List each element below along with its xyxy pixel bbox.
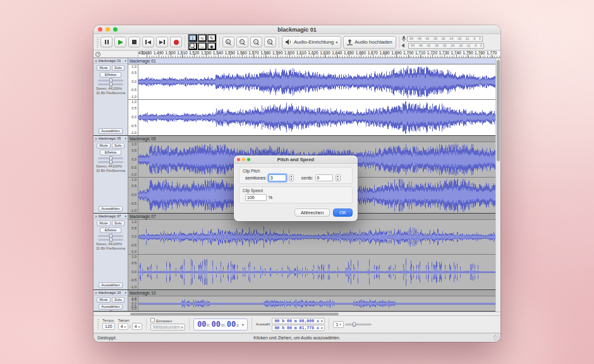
track-menu-caret[interactable]: ▾ [124, 59, 126, 63]
fit-selection-button[interactable]: ▫ [250, 37, 262, 47]
gain-slider-thumb[interactable] [109, 310, 112, 311]
horizontal-scrollbar[interactable] [94, 312, 500, 316]
gain-slider[interactable] [98, 235, 123, 237]
gain-slider[interactable] [98, 80, 123, 82]
horizontal-scrollbar-thumb[interactable] [130, 313, 339, 315]
dialog-close-button[interactable] [237, 158, 240, 161]
track-menu-caret[interactable]: ▾ [124, 291, 126, 294]
effects-button[interactable]: Effekte [100, 72, 122, 78]
toolbar-grip[interactable] [97, 319, 99, 329]
speaker-icon [402, 43, 407, 48]
zoom-in-button[interactable]: + [222, 37, 234, 47]
vertical-scrollbar[interactable] [495, 58, 500, 312]
play-speed-select[interactable]: 1▾ [333, 321, 343, 328]
timeline-scale[interactable]: 4701,4801,4901,5001,5101,5201,5301,5401,… [138, 51, 500, 58]
effects-button[interactable]: Effekte [100, 150, 122, 155]
selection-tool-button[interactable]: I [188, 34, 197, 42]
cents-stepper[interactable]: ▲▼ [336, 174, 341, 181]
ok-button[interactable]: OK [333, 209, 353, 217]
solo-button[interactable]: Solo [112, 297, 124, 303]
solo-button[interactable]: Solo [112, 221, 124, 226]
mute-button[interactable]: Mute [97, 65, 110, 71]
record-button[interactable] [170, 37, 182, 47]
pan-slider-thumb[interactable] [109, 160, 112, 164]
waveform-canvas[interactable] [138, 220, 495, 254]
skip-to-end-button[interactable] [156, 37, 168, 47]
waveform-canvas[interactable] [138, 255, 495, 289]
selection-start-field[interactable]: 00 h 00 m 00,000 s▾ [272, 318, 325, 324]
mute-button[interactable]: Mute [97, 297, 110, 303]
clip-header[interactable]: blackmagic 10 [128, 290, 495, 296]
window-zoom-button[interactable] [113, 27, 118, 32]
tempo-input[interactable]: 120 [102, 323, 115, 330]
cents-input[interactable]: 0 [315, 174, 333, 181]
audio-setup-button[interactable]: Audio-Einrichtung ▾ [282, 36, 341, 49]
waveform-canvas[interactable] [138, 100, 495, 135]
audacity-window: blackmagic 01 I ∿ ✎ ↔ ◆ + − ▫ ▪ Audio-Ei… [94, 25, 500, 342]
pan-slider-thumb[interactable] [109, 238, 112, 242]
multi-tool-button[interactable]: ◆ [207, 42, 216, 50]
window-minimize-button[interactable] [106, 27, 110, 32]
select-track-button[interactable]: Auswählen [99, 304, 122, 310]
waveform-canvas[interactable] [138, 296, 495, 311]
mute-button[interactable]: Mute [97, 221, 110, 226]
selection-end-field[interactable]: 00 h 00 m 01,778 s▾ [272, 325, 325, 331]
play-speed-thumb[interactable] [353, 322, 356, 327]
resize-grip[interactable] [494, 335, 500, 341]
waveform-channel: 1,00,50,0-0,5-1,0 [128, 220, 495, 255]
select-track-button[interactable]: Auswählen [99, 282, 122, 288]
snap-checkbox[interactable] [150, 318, 155, 322]
skip-to-start-button[interactable] [142, 37, 154, 47]
share-audio-button[interactable]: Audio hochladen [343, 36, 396, 49]
solo-button[interactable]: Solo [112, 65, 124, 71]
draw-tool-button[interactable]: ✎ [207, 34, 216, 42]
vertical-scrollbar-thumb[interactable] [497, 60, 500, 161]
speed-input[interactable]: 100 [245, 194, 267, 201]
track-close-button[interactable]: × [95, 214, 97, 219]
play-button[interactable] [114, 37, 126, 47]
track-menu-caret[interactable]: ▾ [124, 214, 126, 218]
pan-slider[interactable] [98, 161, 123, 163]
zoom-tool-button[interactable] [188, 42, 197, 50]
envelope-tool-button[interactable]: ∿ [198, 34, 207, 42]
audio-position-display[interactable]: 00h 00m 00s ▾ [193, 318, 248, 331]
window-close-button[interactable] [98, 27, 102, 32]
timeshift-tool-button[interactable]: ↔ [198, 42, 207, 50]
cancel-button[interactable]: Abbrechen [294, 209, 330, 217]
playback-meter[interactable]: -54-48-42-36-30-24-18-12-60 [408, 43, 484, 49]
track-close-button[interactable]: × [95, 291, 97, 295]
clip-header[interactable]: blackmagic 01 [128, 58, 495, 64]
beats-lower-select[interactable]: 4▾ [132, 323, 142, 330]
timeline-ruler[interactable]: 4701,4801,4901,5001,5101,5201,5301,5401,… [94, 51, 500, 58]
pause-button[interactable] [100, 37, 112, 47]
dialog-minimize-button[interactable] [242, 158, 245, 161]
fit-project-button[interactable]: ▪ [264, 37, 276, 47]
play-speed-slider[interactable] [345, 324, 372, 325]
mute-button[interactable]: Mute [97, 143, 110, 149]
waveform-channel: 1,00,50,0-0,5-1,0 [128, 64, 495, 100]
dialog-zoom-button[interactable] [247, 158, 250, 161]
pan-slider-thumb[interactable] [109, 82, 112, 87]
zoom-out-button[interactable]: − [236, 37, 248, 47]
semitones-input[interactable]: 3 [269, 174, 286, 181]
semitones-stepper[interactable]: ▲▼ [289, 174, 294, 181]
waveform-canvas[interactable] [138, 64, 495, 99]
track-close-button[interactable]: × [95, 136, 97, 141]
timeline-options[interactable] [94, 51, 138, 58]
select-track-button[interactable]: Auswählen [99, 128, 122, 134]
gain-slider[interactable] [98, 157, 123, 159]
toolbar-grip[interactable] [97, 37, 99, 47]
track-close-button[interactable]: × [95, 59, 97, 63]
recording-meter[interactable]: -54-48-42-36-30-24-18-12-60 [407, 36, 483, 42]
beats-upper-select[interactable]: 4▾ [118, 323, 128, 330]
pan-slider[interactable] [98, 239, 123, 241]
waveform-channel: 1,00,50,0-0,5-1,0 [128, 255, 495, 289]
snap-mode-select[interactable]: Millisekunden▾ [150, 324, 185, 331]
stop-button[interactable] [128, 37, 140, 47]
pan-slider[interactable] [98, 83, 123, 85]
select-track-button[interactable]: Auswählen [99, 206, 122, 212]
track-menu-caret[interactable]: ▾ [124, 136, 126, 140]
effects-button[interactable]: Effekte [100, 228, 122, 233]
clip-header[interactable]: blackmagic 05 [128, 136, 495, 142]
solo-button[interactable]: Solo [112, 143, 124, 149]
